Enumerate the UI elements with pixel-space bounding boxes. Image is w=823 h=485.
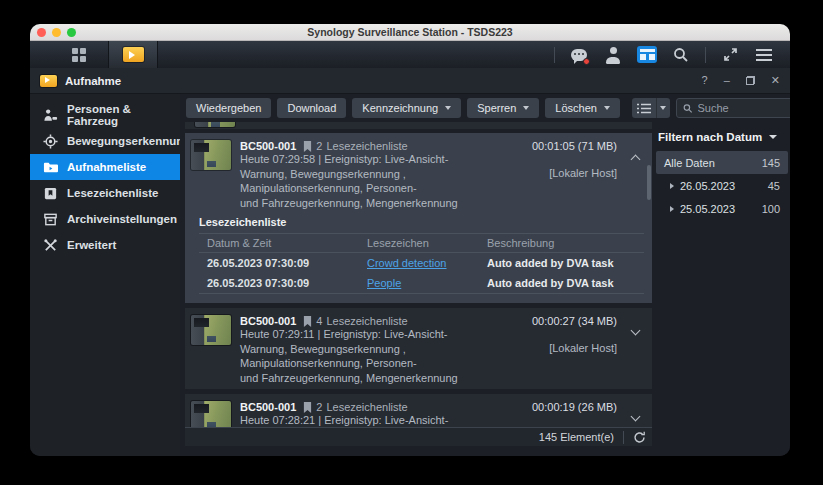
search-icon	[673, 47, 689, 63]
recording-item[interactable]: BC500-001 2 Lesezeichenliste Heute 07:28…	[185, 394, 652, 427]
recording-list: BC500-001 2 Lesezeichenliste Heute 07:29…	[185, 122, 652, 456]
notifications-button[interactable]	[569, 45, 589, 65]
delete-dropdown-button[interactable]: Löschen	[545, 98, 620, 118]
widgets-button[interactable]	[637, 45, 657, 65]
recordings-toolbar: Wiedergeben Download Kennzeichnung Sperr…	[180, 94, 790, 122]
bookmark-icon	[303, 402, 312, 413]
search-input[interactable]	[698, 102, 790, 114]
hamburger-menu-icon	[756, 49, 772, 61]
filter-count: 45	[768, 180, 780, 192]
expand-button[interactable]	[626, 315, 644, 385]
macos-titlebar: Synology Surveillance Station - TSDS223	[30, 24, 790, 41]
fullscreen-icon	[723, 47, 738, 62]
refresh-button[interactable]	[633, 431, 646, 444]
recording-item[interactable]: BC500-001 2 Lesezeichenliste Heute 07:29…	[185, 133, 652, 303]
filter-count: 100	[762, 203, 780, 215]
sidebar-item-aufnahmeliste[interactable]: Aufnahmeliste	[30, 154, 180, 180]
fullscreen-button[interactable]	[720, 45, 740, 65]
chevron-down-icon	[523, 106, 529, 110]
recording-item[interactable]: BC500-001 4 Lesezeichenliste Heute 07:29…	[185, 308, 652, 389]
sidebar-item-label: Personen & Fahrzeug	[67, 103, 180, 127]
filter-label: 26.05.2023	[680, 180, 735, 192]
bookmark-link[interactable]: Crowd detection	[367, 257, 447, 269]
app-launcher-button[interactable]	[64, 41, 94, 68]
advanced-tools-icon	[43, 238, 58, 253]
sidebar-item-label: Archiveinstellungen	[67, 213, 177, 225]
scrollbar-thumb[interactable]	[647, 165, 651, 200]
widgets-icon	[637, 46, 657, 63]
column-header[interactable]: Datum & Zeit	[199, 234, 359, 252]
event-description-line: Heute 07:28:21 | Ereignistyp: Live-Ansic…	[240, 413, 480, 427]
sidebar-item-lesezeichenliste[interactable]: Lesezeichenliste	[30, 180, 180, 206]
camera-name: BC500-001	[240, 315, 296, 327]
bookmark-count: 4	[316, 315, 322, 327]
main-menu-button[interactable]	[754, 45, 774, 65]
recording-thumbnail	[195, 122, 235, 127]
filter-panel-header[interactable]: Filtern nach Datum	[656, 127, 788, 151]
chevron-down-icon	[445, 106, 451, 110]
filter-item-date[interactable]: 26.05.2023 45	[656, 174, 788, 197]
download-button[interactable]: Download	[277, 98, 346, 118]
help-button[interactable]: ?	[702, 75, 708, 86]
column-header[interactable]: Beschreibung	[479, 234, 644, 252]
labeling-dropdown-button[interactable]: Kennzeichnung	[352, 98, 461, 118]
surveillance-station-window: Synology Surveillance Station - TSDS223	[30, 24, 790, 456]
bookmark-row[interactable]: 26.05.2023 07:30:09 Crowd detection Auto…	[199, 253, 644, 273]
search-field[interactable]	[676, 98, 790, 118]
filter-item-date[interactable]: 25.05.2023 100	[656, 197, 788, 220]
recording-list-viewport: BC500-001 2 Lesezeichenliste Heute 07:29…	[185, 122, 652, 427]
bookmark-description: Auto added by DVA task	[479, 253, 644, 273]
chevron-up-icon	[630, 155, 640, 165]
chevron-down-icon	[660, 106, 666, 110]
bookmark-row[interactable]: 26.05.2023 07:30:09 People Auto added by…	[199, 273, 644, 293]
event-description-line: und Fahrzeugerkennung, Mengenerkennung	[240, 196, 480, 211]
status-bar: 145 Element(e)	[185, 427, 652, 446]
sidebar-item-archiveinstellungen[interactable]: Archiveinstellungen	[30, 206, 180, 232]
host-label: [Lokaler Host]	[489, 342, 617, 354]
app-window-header: Aufnahme ? – ✕	[30, 68, 790, 94]
bookmark-icon	[303, 141, 312, 152]
sidebar-item-bewegungserkennung[interactable]: Bewegungserkennung	[30, 128, 180, 154]
bookmark-datetime: 26.05.2023 07:30:09	[199, 253, 359, 273]
close-button[interactable]: ✕	[771, 75, 780, 86]
maximize-button[interactable]	[746, 76, 755, 85]
play-button[interactable]: Wiedergeben	[186, 98, 271, 118]
motion-detection-icon	[43, 134, 58, 149]
bookmark-datetime: 26.05.2023 07:30:09	[199, 273, 359, 293]
host-label: [Lokaler Host]	[489, 167, 617, 179]
filter-item-all-dates[interactable]: Alle Daten 145	[656, 151, 788, 174]
collapse-button[interactable]	[626, 140, 644, 210]
filter-label: Alle Daten	[664, 157, 715, 169]
event-description-line: Warnung, Bewegungserkennung , Manipulati…	[240, 342, 480, 371]
expand-triangle-icon	[670, 206, 674, 212]
taskbar-divider	[554, 47, 555, 63]
bookmark-table-header: Datum & Zeit Lesezeichen Beschreibung	[199, 234, 644, 253]
filter-panel-title: Filtern nach Datum	[658, 131, 762, 143]
duration-size: 00:00:19 (26 MB)	[489, 401, 617, 413]
lock-dropdown-button[interactable]: Sperren	[467, 98, 539, 118]
bookmark-type-label: Lesezeichenliste	[326, 315, 407, 327]
bookmark-type-label: Lesezeichenliste	[326, 401, 407, 413]
person-vehicle-icon	[43, 108, 58, 123]
taskbar-tab-aufnahme[interactable]	[108, 41, 158, 68]
recording-list-icon	[43, 160, 58, 175]
user-account-button[interactable]	[603, 45, 623, 65]
event-description-line: Heute 07:29:11 | Ereignistyp: Live-Ansic…	[240, 327, 480, 342]
desktop-search-button[interactable]	[671, 45, 691, 65]
minimize-button[interactable]: –	[724, 75, 730, 86]
event-description-line: Warnung, Bewegungserkennung , Manipulati…	[240, 167, 480, 196]
sidebar: Personen & Fahrzeug Bewegungserkennung A…	[30, 94, 180, 456]
sidebar-item-personen-fahrzeug[interactable]: Personen & Fahrzeug	[30, 102, 180, 128]
column-header[interactable]: Lesezeichen	[359, 234, 479, 252]
search-icon	[683, 103, 693, 114]
bookmark-link[interactable]: People	[367, 277, 401, 289]
expand-button[interactable]	[626, 401, 644, 427]
filter-label: 25.05.2023	[680, 203, 735, 215]
sidebar-item-erweitert[interactable]: Erweitert	[30, 232, 180, 258]
app-launcher-icon	[72, 48, 86, 62]
view-mode-split-button[interactable]	[632, 98, 670, 118]
window-title: Synology Surveillance Station - TSDS223	[30, 26, 790, 38]
element-count: 145 Element(e)	[539, 431, 614, 443]
bookmark-section: Lesezeichenliste Datum & Zeit Lesezeiche…	[185, 214, 652, 303]
notification-badge	[583, 58, 590, 65]
